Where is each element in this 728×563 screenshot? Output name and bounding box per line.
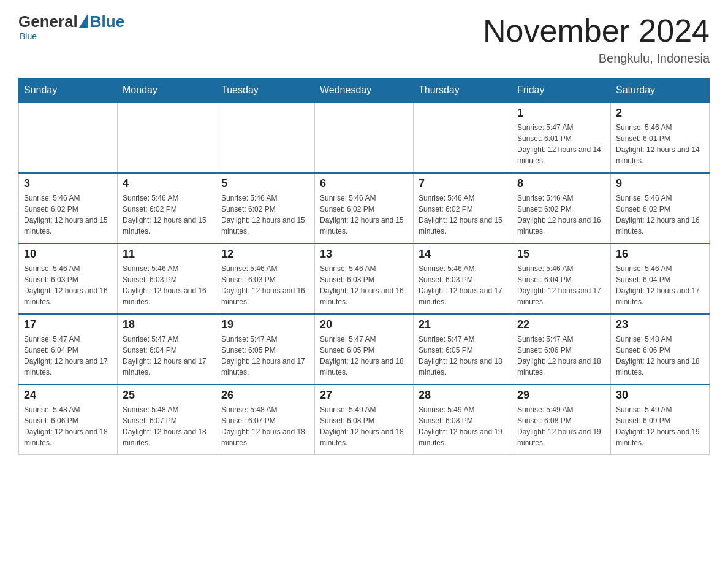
day-number: 24 xyxy=(24,389,112,402)
day-info: Sunrise: 5:48 AMSunset: 6:06 PMDaylight:… xyxy=(24,404,112,448)
calendar-cell: 15Sunrise: 5:46 AMSunset: 6:04 PMDayligh… xyxy=(512,243,611,314)
day-number: 8 xyxy=(517,177,605,190)
day-number: 25 xyxy=(123,389,211,402)
day-info: Sunrise: 5:49 AMSunset: 6:08 PMDaylight:… xyxy=(320,404,408,448)
day-header-friday: Friday xyxy=(512,79,611,103)
calendar-cell: 17Sunrise: 5:47 AMSunset: 6:04 PMDayligh… xyxy=(19,314,118,385)
day-number: 21 xyxy=(419,318,507,331)
day-number: 18 xyxy=(123,318,211,331)
calendar-cell: 10Sunrise: 5:46 AMSunset: 6:03 PMDayligh… xyxy=(19,243,118,314)
day-info: Sunrise: 5:47 AMSunset: 6:05 PMDaylight:… xyxy=(419,334,507,378)
day-header-wednesday: Wednesday xyxy=(315,79,414,103)
day-info: Sunrise: 5:46 AMSunset: 6:02 PMDaylight:… xyxy=(616,193,704,237)
calendar-cell: 24Sunrise: 5:48 AMSunset: 6:06 PMDayligh… xyxy=(19,385,118,455)
day-info: Sunrise: 5:46 AMSunset: 6:03 PMDaylight:… xyxy=(419,263,507,307)
day-info: Sunrise: 5:49 AMSunset: 6:08 PMDaylight:… xyxy=(419,404,507,448)
calendar-week-row: 17Sunrise: 5:47 AMSunset: 6:04 PMDayligh… xyxy=(19,314,710,385)
day-info: Sunrise: 5:46 AMSunset: 6:02 PMDaylight:… xyxy=(221,193,309,237)
day-info: Sunrise: 5:47 AMSunset: 6:04 PMDaylight:… xyxy=(24,334,112,378)
calendar-cell: 13Sunrise: 5:46 AMSunset: 6:03 PMDayligh… xyxy=(315,243,414,314)
day-number: 4 xyxy=(123,177,211,190)
day-number: 22 xyxy=(517,318,605,331)
day-number: 23 xyxy=(616,318,704,331)
day-number: 7 xyxy=(419,177,507,190)
day-info: Sunrise: 5:47 AMSunset: 6:05 PMDaylight:… xyxy=(221,334,309,378)
day-info: Sunrise: 5:46 AMSunset: 6:03 PMDaylight:… xyxy=(221,263,309,307)
day-number: 28 xyxy=(419,389,507,402)
calendar-week-row: 10Sunrise: 5:46 AMSunset: 6:03 PMDayligh… xyxy=(19,243,710,314)
calendar-cell: 7Sunrise: 5:46 AMSunset: 6:02 PMDaylight… xyxy=(414,173,512,243)
logo-subtitle: Blue xyxy=(20,31,37,41)
day-info: Sunrise: 5:48 AMSunset: 6:07 PMDaylight:… xyxy=(221,404,309,448)
calendar-cell: 21Sunrise: 5:47 AMSunset: 6:05 PMDayligh… xyxy=(414,314,512,385)
day-info: Sunrise: 5:46 AMSunset: 6:01 PMDaylight:… xyxy=(616,122,704,166)
logo: General Blue Blue xyxy=(18,12,124,41)
calendar-cell: 6Sunrise: 5:46 AMSunset: 6:02 PMDaylight… xyxy=(315,173,414,243)
day-info: Sunrise: 5:46 AMSunset: 6:02 PMDaylight:… xyxy=(320,193,408,237)
day-number: 2 xyxy=(616,107,704,120)
calendar-cell: 22Sunrise: 5:47 AMSunset: 6:06 PMDayligh… xyxy=(512,314,611,385)
calendar-cell: 5Sunrise: 5:46 AMSunset: 6:02 PMDaylight… xyxy=(216,173,315,243)
day-info: Sunrise: 5:49 AMSunset: 6:08 PMDaylight:… xyxy=(517,404,605,448)
title-area: November 2024 Bengkulu, Indonesia xyxy=(483,12,710,66)
calendar-cell xyxy=(19,102,118,173)
calendar-cell: 12Sunrise: 5:46 AMSunset: 6:03 PMDayligh… xyxy=(216,243,315,314)
month-title: November 2024 xyxy=(483,12,710,49)
day-info: Sunrise: 5:46 AMSunset: 6:03 PMDaylight:… xyxy=(123,263,211,307)
calendar-week-row: 24Sunrise: 5:48 AMSunset: 6:06 PMDayligh… xyxy=(19,385,710,455)
logo-blue-text: Blue xyxy=(90,12,124,31)
day-number: 27 xyxy=(320,389,408,402)
day-info: Sunrise: 5:47 AMSunset: 6:06 PMDaylight:… xyxy=(517,334,605,378)
day-number: 12 xyxy=(221,248,309,261)
calendar-table: SundayMondayTuesdayWednesdayThursdayFrid… xyxy=(18,78,710,455)
day-header-tuesday: Tuesday xyxy=(216,79,315,103)
day-number: 19 xyxy=(221,318,309,331)
logo-triangle-icon xyxy=(79,14,88,28)
calendar-cell: 16Sunrise: 5:46 AMSunset: 6:04 PMDayligh… xyxy=(611,243,710,314)
day-info: Sunrise: 5:46 AMSunset: 6:02 PMDaylight:… xyxy=(123,193,211,237)
day-number: 10 xyxy=(24,248,112,261)
calendar-cell xyxy=(118,102,216,173)
day-number: 1 xyxy=(517,107,605,120)
day-number: 16 xyxy=(616,248,704,261)
calendar-cell: 28Sunrise: 5:49 AMSunset: 6:08 PMDayligh… xyxy=(414,385,512,455)
calendar-cell: 9Sunrise: 5:46 AMSunset: 6:02 PMDaylight… xyxy=(611,173,710,243)
day-number: 11 xyxy=(123,248,211,261)
day-info: Sunrise: 5:48 AMSunset: 6:07 PMDaylight:… xyxy=(123,404,211,448)
day-number: 14 xyxy=(419,248,507,261)
calendar-cell: 3Sunrise: 5:46 AMSunset: 6:02 PMDaylight… xyxy=(19,173,118,243)
day-number: 6 xyxy=(320,177,408,190)
calendar-cell: 30Sunrise: 5:49 AMSunset: 6:09 PMDayligh… xyxy=(611,385,710,455)
calendar-cell xyxy=(216,102,315,173)
day-info: Sunrise: 5:46 AMSunset: 6:03 PMDaylight:… xyxy=(320,263,408,307)
location: Bengkulu, Indonesia xyxy=(483,52,710,66)
calendar-cell: 4Sunrise: 5:46 AMSunset: 6:02 PMDaylight… xyxy=(118,173,216,243)
day-info: Sunrise: 5:46 AMSunset: 6:02 PMDaylight:… xyxy=(24,193,112,237)
day-number: 3 xyxy=(24,177,112,190)
calendar-cell: 18Sunrise: 5:47 AMSunset: 6:04 PMDayligh… xyxy=(118,314,216,385)
calendar-cell: 2Sunrise: 5:46 AMSunset: 6:01 PMDaylight… xyxy=(611,102,710,173)
day-number: 20 xyxy=(320,318,408,331)
day-info: Sunrise: 5:49 AMSunset: 6:09 PMDaylight:… xyxy=(616,404,704,448)
calendar-cell xyxy=(414,102,512,173)
calendar-week-row: 3Sunrise: 5:46 AMSunset: 6:02 PMDaylight… xyxy=(19,173,710,243)
day-header-thursday: Thursday xyxy=(414,79,512,103)
day-number: 5 xyxy=(221,177,309,190)
calendar-cell: 29Sunrise: 5:49 AMSunset: 6:08 PMDayligh… xyxy=(512,385,611,455)
day-header-monday: Monday xyxy=(118,79,216,103)
day-info: Sunrise: 5:46 AMSunset: 6:02 PMDaylight:… xyxy=(517,193,605,237)
day-number: 30 xyxy=(616,389,704,402)
day-info: Sunrise: 5:47 AMSunset: 6:01 PMDaylight:… xyxy=(517,122,605,166)
logo-general-text: General xyxy=(18,12,78,31)
day-header-sunday: Sunday xyxy=(19,79,118,103)
calendar-cell: 23Sunrise: 5:48 AMSunset: 6:06 PMDayligh… xyxy=(611,314,710,385)
day-number: 17 xyxy=(24,318,112,331)
day-info: Sunrise: 5:48 AMSunset: 6:06 PMDaylight:… xyxy=(616,334,704,378)
day-header-saturday: Saturday xyxy=(611,79,710,103)
day-info: Sunrise: 5:46 AMSunset: 6:02 PMDaylight:… xyxy=(419,193,507,237)
calendar-cell: 1Sunrise: 5:47 AMSunset: 6:01 PMDaylight… xyxy=(512,102,611,173)
calendar-cell: 11Sunrise: 5:46 AMSunset: 6:03 PMDayligh… xyxy=(118,243,216,314)
calendar-cell: 19Sunrise: 5:47 AMSunset: 6:05 PMDayligh… xyxy=(216,314,315,385)
calendar-cell xyxy=(315,102,414,173)
day-number: 13 xyxy=(320,248,408,261)
